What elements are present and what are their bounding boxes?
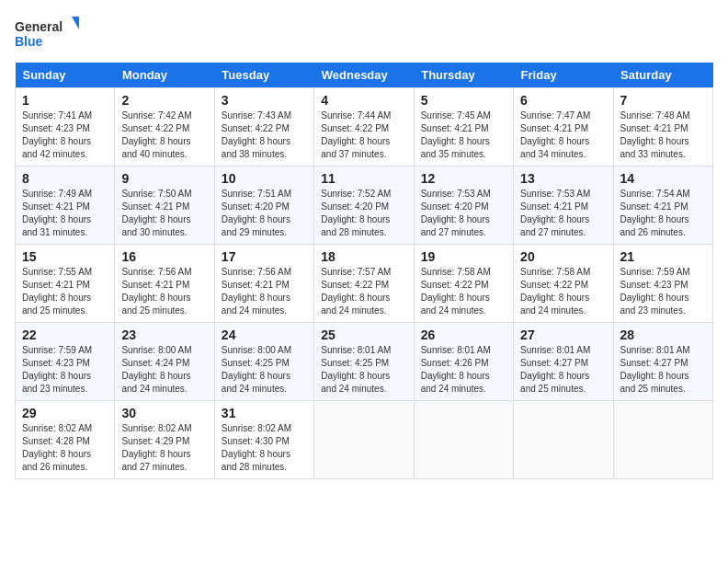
- day-number: 17: [222, 249, 307, 264]
- day-cell-18: 18Sunrise: 7:57 AM Sunset: 4:22 PM Dayli…: [314, 245, 414, 323]
- day-info: Sunrise: 7:41 AM Sunset: 4:23 PM Dayligh…: [22, 109, 108, 161]
- day-info: Sunrise: 7:48 AM Sunset: 4:21 PM Dayligh…: [620, 109, 706, 161]
- column-header-monday: Monday: [115, 63, 214, 88]
- day-number: 12: [421, 171, 506, 186]
- day-number: 1: [22, 93, 108, 108]
- day-info: Sunrise: 7:57 AM Sunset: 4:22 PM Dayligh…: [321, 266, 406, 317]
- day-info: Sunrise: 7:51 AM Sunset: 4:20 PM Dayligh…: [222, 188, 307, 239]
- day-cell-22: 22Sunrise: 7:59 AM Sunset: 4:23 PM Dayli…: [16, 323, 115, 401]
- day-info: Sunrise: 7:55 AM Sunset: 4:21 PM Dayligh…: [22, 266, 108, 317]
- day-info: Sunrise: 7:49 AM Sunset: 4:21 PM Dayligh…: [22, 188, 108, 239]
- day-number: 27: [520, 327, 606, 342]
- day-cell-15: 15Sunrise: 7:55 AM Sunset: 4:21 PM Dayli…: [16, 245, 115, 323]
- day-cell-30: 30Sunrise: 8:02 AM Sunset: 4:29 PM Dayli…: [115, 401, 214, 479]
- day-info: Sunrise: 7:56 AM Sunset: 4:21 PM Dayligh…: [121, 266, 207, 317]
- day-info: Sunrise: 7:52 AM Sunset: 4:20 PM Dayligh…: [321, 188, 406, 239]
- svg-text:Blue: Blue: [15, 34, 43, 49]
- logo: General Blue: [15, 15, 79, 52]
- day-number: 3: [222, 93, 307, 108]
- day-info: Sunrise: 7:59 AM Sunset: 4:23 PM Dayligh…: [22, 344, 108, 396]
- day-info: Sunrise: 8:01 AM Sunset: 4:26 PM Dayligh…: [421, 344, 506, 396]
- day-info: Sunrise: 7:42 AM Sunset: 4:22 PM Dayligh…: [121, 109, 207, 161]
- day-number: 19: [421, 249, 506, 264]
- day-cell-20: 20Sunrise: 7:58 AM Sunset: 4:22 PM Dayli…: [514, 245, 613, 323]
- calendar-week-5: 29Sunrise: 8:02 AM Sunset: 4:28 PM Dayli…: [16, 401, 713, 479]
- day-info: Sunrise: 7:56 AM Sunset: 4:21 PM Dayligh…: [222, 266, 307, 317]
- day-cell-26: 26Sunrise: 8:01 AM Sunset: 4:26 PM Dayli…: [414, 323, 513, 401]
- day-number: 22: [22, 327, 108, 342]
- day-cell-4: 4Sunrise: 7:44 AM Sunset: 4:22 PM Daylig…: [314, 88, 414, 167]
- logo-svg: General Blue: [15, 15, 79, 52]
- day-cell-1: 1Sunrise: 7:41 AM Sunset: 4:23 PM Daylig…: [16, 88, 115, 167]
- day-number: 10: [222, 171, 307, 186]
- day-cell-5: 5Sunrise: 7:45 AM Sunset: 4:21 PM Daylig…: [414, 88, 513, 167]
- day-number: 14: [620, 171, 706, 186]
- day-cell-16: 16Sunrise: 7:56 AM Sunset: 4:21 PM Dayli…: [115, 245, 214, 323]
- day-cell-10: 10Sunrise: 7:51 AM Sunset: 4:20 PM Dayli…: [214, 167, 313, 245]
- calendar-week-4: 22Sunrise: 7:59 AM Sunset: 4:23 PM Dayli…: [16, 323, 713, 401]
- day-number: 21: [620, 249, 706, 264]
- column-header-sunday: Sunday: [16, 63, 115, 88]
- day-info: Sunrise: 7:50 AM Sunset: 4:21 PM Dayligh…: [121, 188, 207, 239]
- day-number: 26: [421, 327, 506, 342]
- day-info: Sunrise: 7:45 AM Sunset: 4:21 PM Dayligh…: [421, 109, 506, 161]
- day-cell-19: 19Sunrise: 7:58 AM Sunset: 4:22 PM Dayli…: [414, 245, 513, 323]
- day-info: Sunrise: 7:44 AM Sunset: 4:22 PM Dayligh…: [321, 109, 406, 161]
- day-info: Sunrise: 7:53 AM Sunset: 4:21 PM Dayligh…: [520, 188, 606, 239]
- day-info: Sunrise: 8:00 AM Sunset: 4:25 PM Dayligh…: [222, 344, 307, 396]
- day-number: 18: [321, 249, 406, 264]
- day-number: 11: [321, 171, 406, 186]
- column-header-friday: Friday: [514, 63, 613, 88]
- svg-text:General: General: [15, 19, 63, 34]
- day-info: Sunrise: 8:01 AM Sunset: 4:27 PM Dayligh…: [520, 344, 606, 396]
- day-number: 15: [22, 249, 108, 264]
- day-info: Sunrise: 7:59 AM Sunset: 4:23 PM Dayligh…: [620, 266, 706, 317]
- day-number: 31: [222, 406, 307, 420]
- day-number: 2: [121, 93, 207, 108]
- column-header-wednesday: Wednesday: [314, 63, 414, 88]
- day-cell-14: 14Sunrise: 7:54 AM Sunset: 4:21 PM Dayli…: [613, 167, 712, 245]
- day-info: Sunrise: 8:02 AM Sunset: 4:28 PM Dayligh…: [22, 422, 108, 474]
- day-number: 20: [520, 249, 606, 264]
- calendar-table: SundayMondayTuesdayWednesdayThursdayFrid…: [15, 63, 713, 479]
- day-number: 13: [520, 171, 606, 186]
- day-info: Sunrise: 7:58 AM Sunset: 4:22 PM Dayligh…: [520, 266, 606, 317]
- day-cell-6: 6Sunrise: 7:47 AM Sunset: 4:21 PM Daylig…: [514, 88, 613, 167]
- day-cell-27: 27Sunrise: 8:01 AM Sunset: 4:27 PM Dayli…: [514, 323, 613, 401]
- day-cell-3: 3Sunrise: 7:43 AM Sunset: 4:22 PM Daylig…: [214, 88, 313, 167]
- day-number: 4: [321, 93, 406, 108]
- day-info: Sunrise: 8:02 AM Sunset: 4:30 PM Dayligh…: [222, 422, 307, 474]
- day-info: Sunrise: 8:01 AM Sunset: 4:25 PM Dayligh…: [321, 344, 406, 396]
- empty-cell: [314, 401, 414, 479]
- day-cell-29: 29Sunrise: 8:02 AM Sunset: 4:28 PM Dayli…: [16, 401, 115, 479]
- day-info: Sunrise: 7:47 AM Sunset: 4:21 PM Dayligh…: [520, 109, 606, 161]
- day-cell-8: 8Sunrise: 7:49 AM Sunset: 4:21 PM Daylig…: [16, 167, 115, 245]
- day-number: 16: [121, 249, 207, 264]
- day-cell-2: 2Sunrise: 7:42 AM Sunset: 4:22 PM Daylig…: [115, 88, 214, 167]
- page-header: General Blue: [15, 15, 713, 52]
- day-cell-25: 25Sunrise: 8:01 AM Sunset: 4:25 PM Dayli…: [314, 323, 414, 401]
- day-number: 5: [421, 93, 506, 108]
- day-cell-9: 9Sunrise: 7:50 AM Sunset: 4:21 PM Daylig…: [115, 167, 214, 245]
- calendar-week-3: 15Sunrise: 7:55 AM Sunset: 4:21 PM Dayli…: [16, 245, 713, 323]
- day-number: 7: [620, 93, 706, 108]
- column-header-saturday: Saturday: [613, 63, 712, 88]
- calendar-week-2: 8Sunrise: 7:49 AM Sunset: 4:21 PM Daylig…: [16, 167, 713, 245]
- empty-cell: [613, 401, 712, 479]
- day-info: Sunrise: 7:54 AM Sunset: 4:21 PM Dayligh…: [620, 188, 706, 239]
- calendar-week-1: 1Sunrise: 7:41 AM Sunset: 4:23 PM Daylig…: [16, 88, 713, 167]
- day-cell-11: 11Sunrise: 7:52 AM Sunset: 4:20 PM Dayli…: [314, 167, 414, 245]
- day-number: 28: [620, 327, 706, 342]
- day-cell-17: 17Sunrise: 7:56 AM Sunset: 4:21 PM Dayli…: [214, 245, 313, 323]
- day-number: 6: [520, 93, 606, 108]
- day-number: 8: [22, 171, 108, 186]
- day-cell-31: 31Sunrise: 8:02 AM Sunset: 4:30 PM Dayli…: [214, 401, 313, 479]
- day-info: Sunrise: 7:43 AM Sunset: 4:22 PM Dayligh…: [222, 109, 307, 161]
- day-number: 30: [121, 406, 207, 420]
- day-cell-7: 7Sunrise: 7:48 AM Sunset: 4:21 PM Daylig…: [613, 88, 712, 167]
- day-info: Sunrise: 7:53 AM Sunset: 4:20 PM Dayligh…: [421, 188, 506, 239]
- empty-cell: [514, 401, 613, 479]
- day-cell-12: 12Sunrise: 7:53 AM Sunset: 4:20 PM Dayli…: [414, 167, 513, 245]
- day-cell-13: 13Sunrise: 7:53 AM Sunset: 4:21 PM Dayli…: [514, 167, 613, 245]
- column-header-thursday: Thursday: [414, 63, 513, 88]
